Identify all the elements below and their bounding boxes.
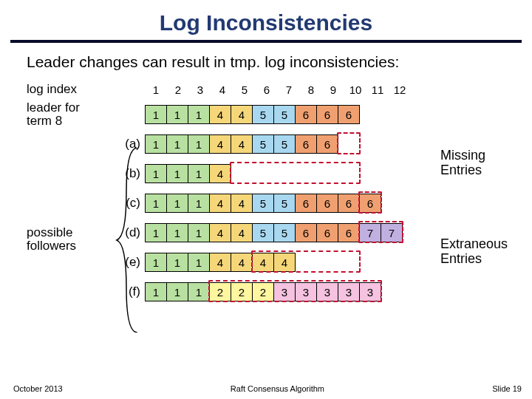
follower-cell-5: 4 [231, 253, 253, 272]
follower-cell-5: 4 [231, 223, 253, 242]
leader-label: leader for term 8 [27, 101, 123, 128]
log-diagram: log index 123456789101112 leader for ter… [27, 78, 505, 303]
follower-cell-7: 5 [273, 223, 296, 242]
follower-cell-6: 4 [252, 253, 274, 272]
leader-cells: 1114455666 [145, 105, 360, 124]
slide-footer: October 2013 Raft Consensus Algorithm Sl… [13, 384, 522, 393]
follower-cell-6: 5 [252, 223, 274, 242]
follower-cell-1: 1 [145, 282, 167, 301]
follower-cell-8: 3 [295, 282, 317, 301]
footer-center: Raft Consensus Algorithm [231, 384, 324, 393]
follower-cell-3: 1 [188, 194, 210, 213]
index-10: 10 [344, 83, 366, 96]
follower-cell-10: 3 [338, 282, 360, 301]
follower-cell-4: 4 [209, 134, 231, 154]
row-tag: (e) [123, 255, 145, 270]
leader-cell-9: 6 [316, 105, 338, 124]
leader-cell-3: 1 [188, 105, 210, 124]
row-tag: (a) [123, 137, 145, 151]
index-1: 1 [145, 83, 167, 96]
leader-cell-5: 4 [231, 105, 253, 124]
index-3: 3 [189, 83, 211, 96]
follower-cell-2: 1 [166, 282, 188, 301]
follower-cell-2: 1 [166, 164, 188, 183]
follower-cell-7: 5 [273, 134, 296, 154]
follower-cell-12: 7 [381, 223, 403, 242]
subtitle: Leader changes can result in tmp. log in… [0, 43, 532, 78]
index-2: 2 [167, 83, 189, 96]
row-tag: (b) [123, 166, 145, 181]
follower-cell-9: 6 [316, 134, 338, 154]
leader-row: leader for term 8 1114455666 [27, 103, 505, 126]
follower-cell-5: 2 [231, 282, 253, 301]
index-11: 11 [366, 83, 389, 96]
follower-cell-6: 5 [252, 134, 274, 154]
index-7: 7 [278, 83, 300, 96]
follower-cells: 111445566 [145, 134, 338, 154]
follower-cell-5: 4 [231, 134, 253, 154]
follower-cell-5: 4 [231, 194, 253, 213]
follower-cells: 1114 [145, 164, 231, 183]
index-9: 9 [322, 83, 344, 96]
follower-cell-11: 3 [359, 282, 381, 301]
follower-cell-3: 1 [188, 134, 210, 154]
index-8: 8 [300, 83, 322, 96]
follower-cell-1: 1 [145, 134, 167, 154]
follower-cell-2: 1 [166, 134, 188, 154]
leader-cell-8: 6 [295, 105, 317, 124]
follower-cells: 11122233333 [145, 282, 381, 301]
possible-followers-label: possible followers [27, 226, 123, 253]
follower-cell-9: 6 [316, 223, 338, 242]
follower-cell-3: 1 [188, 253, 210, 272]
row-tag: (c) [123, 196, 145, 211]
follower-cell-10: 6 [338, 223, 360, 242]
leader-cell-7: 5 [273, 105, 296, 124]
follower-cell-9: 3 [316, 282, 338, 301]
follower-cell-3: 1 [188, 223, 210, 242]
dash-box [337, 132, 361, 154]
index-cells: 123456789101112 [145, 83, 411, 96]
dash-box [230, 162, 361, 184]
follower-cell-9: 6 [316, 194, 338, 213]
missing-entries-label: Missing Entries [440, 149, 485, 178]
follower-cell-7: 5 [273, 194, 296, 213]
follower-row-c: (c)11144556666 [27, 192, 505, 214]
follower-cell-1: 1 [145, 194, 167, 213]
follower-cell-11: 6 [359, 194, 381, 213]
slide-title: Log Inconsistencies [0, 0, 532, 35]
follower-cell-2: 1 [166, 223, 188, 242]
index-4: 4 [211, 83, 233, 96]
follower-cell-1: 1 [145, 223, 167, 242]
follower-row-a: (a)111445566 [27, 133, 505, 155]
footer-date: October 2013 [13, 384, 63, 393]
follower-cell-4: 4 [209, 164, 231, 183]
follower-cell-8: 6 [295, 134, 317, 154]
row-tag: (d) [123, 225, 145, 240]
leader-cell-2: 1 [166, 105, 188, 124]
follower-cell-3: 1 [188, 164, 210, 183]
leader-cell-10: 6 [338, 105, 360, 124]
follower-cell-8: 6 [295, 194, 317, 213]
follower-cells: 11144556666 [145, 194, 381, 213]
follower-cell-4: 4 [209, 194, 231, 213]
follower-row-e: (e)1114444 [27, 251, 505, 273]
follower-cell-4: 4 [209, 223, 231, 242]
footer-slide-number: Slide 19 [492, 384, 522, 393]
follower-cell-2: 1 [166, 194, 188, 213]
index-6: 6 [256, 83, 278, 96]
follower-cell-2: 1 [166, 253, 188, 272]
follower-cell-1: 1 [145, 164, 167, 183]
follower-cell-4: 2 [209, 282, 231, 301]
leader-cell-1: 1 [145, 105, 167, 124]
follower-cell-7: 3 [273, 282, 296, 301]
follower-cell-11: 7 [359, 223, 381, 242]
follower-cell-7: 4 [273, 253, 296, 272]
log-index-label: log index [27, 83, 123, 96]
follower-row-f: (f)11122233333 [27, 281, 505, 303]
leader-cell-4: 4 [209, 105, 231, 124]
index-row: log index 123456789101112 [27, 78, 505, 100]
follower-cell-10: 6 [338, 194, 360, 213]
follower-cell-1: 1 [145, 253, 167, 272]
row-tag: (f) [123, 284, 145, 299]
follower-cell-8: 6 [295, 223, 317, 242]
